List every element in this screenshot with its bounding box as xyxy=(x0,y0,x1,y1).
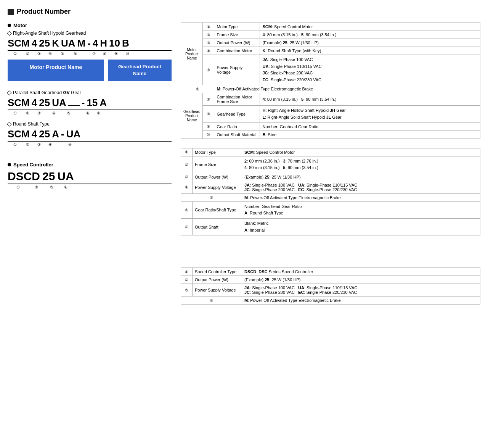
code-k-1: K xyxy=(52,37,59,49)
row-desc-1: SCM: Speed Control Motor xyxy=(260,23,480,31)
code-10-1: 10 xyxy=(109,37,120,49)
spec-table-2: ① Motor Type SCM: Speed Control Motor ② … xyxy=(181,148,480,236)
code-25-1: 25 xyxy=(39,37,50,49)
motor-bullet-label: Motor xyxy=(8,23,172,28)
table-row: ⑨ Gear Ratio Number: Geahead Gear Ratio xyxy=(181,122,480,131)
main-title: Product Number xyxy=(8,8,480,16)
diamond-icon-3 xyxy=(7,122,12,127)
code-scm-1: SCM xyxy=(8,37,30,49)
table-row: ④ M: Power-Off Activated Type Electromag… xyxy=(181,297,480,305)
table-row: ③ Power Supply Voltage JA: Single-Phase … xyxy=(181,284,480,297)
c1-9: ⑨ xyxy=(110,52,122,56)
table-row: ⑥ Gear Ratio/Shaft Type Number: Gearhead… xyxy=(181,201,480,218)
bullet-icon-2 xyxy=(8,163,11,166)
c1-8: ⑧ xyxy=(99,52,110,56)
table-row: ⑥ M: Power-Off Activated Type Electromag… xyxy=(181,85,480,93)
table-row: ② Frame Size 4: 80 mm (3.15 in.) 5: 90 m… xyxy=(181,31,480,39)
table-row: MotorProductName ① Motor Type SCM: Speed… xyxy=(181,23,480,31)
table-row: ⑤ Power Supply Voltage JA: Single-Phase … xyxy=(181,55,480,85)
code-m-1: M xyxy=(77,37,86,49)
c1-1: ① xyxy=(8,52,22,56)
table-row: GearheadProductName ⑦ Combination Motor … xyxy=(181,93,480,106)
table-row: ④ Power Supply Voltage JA: Single-Phase … xyxy=(181,181,480,193)
diamond-label-3: Round Shaft Type xyxy=(8,121,172,127)
table-row: ④ Combination Motor K: Round Shaft Type … xyxy=(181,47,480,55)
table-row: ① Motor Type SCM: Speed Control Motor xyxy=(181,148,480,156)
row-num-1: ① xyxy=(203,23,214,31)
circles-row-3: ① ② ③ ⑥ ④ xyxy=(8,142,172,147)
speed-controller-bullet: Speed Controller xyxy=(8,162,172,168)
table-row: ② Output Power (W) (Example) 25: 25 W (1… xyxy=(181,276,480,284)
c1-5: ⑤ xyxy=(55,52,69,56)
table-row: ③ Output Power (W) (Example) 25: 25 W (1… xyxy=(181,173,480,181)
c1-7: ⑦ xyxy=(88,52,99,56)
circles-row-2: ① ② ③ ④ ⑤ ⑥ ⑦ xyxy=(8,111,172,115)
code-dash-1: - xyxy=(87,37,91,49)
product-code-2: SCM 4 25 UA - 15 A xyxy=(8,97,172,110)
diamond-label-1: Right-Angle Shaft Hypoid Gearhead xyxy=(8,31,172,36)
circles-row-sc: ① ② ③ ④ xyxy=(8,185,172,189)
table-row: ③ Output Power (W) (Example) 25: 25 W (1… xyxy=(181,39,480,47)
code-4b-1: 4 xyxy=(93,37,98,49)
table-row: ⑦ Output Shaft Blank: MetricA: Imperial xyxy=(181,218,480,235)
motor-product-name-rowspan: MotorProductName xyxy=(181,23,203,85)
circles-row-1: ① ② ③ ④ ⑤ ⑥ ⑦ ⑧ ⑨ ⑩ xyxy=(8,52,172,56)
row-label-1: Motor Type xyxy=(214,23,260,31)
code-b-1: B xyxy=(122,37,129,49)
spec-table-1: MotorProductName ① Motor Type SCM: Speed… xyxy=(181,23,480,139)
product-code-sc: DSCD 25 UA xyxy=(8,170,172,184)
label-boxes-1: Motor Product Name Gearhead Product Name xyxy=(8,60,172,81)
left-column: Motor Right-Angle Shaft Hypoid Gearhead … xyxy=(8,23,172,195)
code-h-1: H xyxy=(100,37,107,49)
product-code-1: SCM 4 25 K UA M - 4 H 10 B xyxy=(8,37,172,51)
table-row: ① Speed Controller Type DSCD: DSC Series… xyxy=(181,268,480,276)
spec-table-3: ① Speed Controller Type DSCD: DSC Series… xyxy=(181,268,480,305)
page-wrapper: Product Number Motor Right-Angle Shaft H… xyxy=(8,8,480,305)
title-square-icon xyxy=(8,9,14,15)
code-4-1: 4 xyxy=(32,37,37,49)
page-layout: Motor Right-Angle Shaft Hypoid Gearhead … xyxy=(8,23,480,305)
gearhead-product-name-box: Gearhead Product Name xyxy=(108,60,172,81)
right-column: MotorProductName ① Motor Type SCM: Speed… xyxy=(181,23,480,305)
bullet-icon xyxy=(8,24,11,27)
table-row: ② Frame Size 2: 60 mm (2.36 in.) 3: 70 m… xyxy=(181,156,480,173)
code-ua-1: UA xyxy=(61,37,75,49)
c1-10: ⑩ xyxy=(122,52,133,56)
table-row: ⑤ M: Power-Off Activated Type Electromag… xyxy=(181,193,480,201)
diamond-icon-1 xyxy=(7,31,12,36)
c1-6: ⑥ xyxy=(69,52,81,56)
motor-product-name-box: Motor Product Name xyxy=(8,60,104,81)
c1-4: ④ xyxy=(45,52,55,56)
table-row: ⑩ Output Shaft Material B: Steel xyxy=(181,131,480,139)
c1-2: ② xyxy=(22,52,33,56)
diamond-icon-2 xyxy=(7,90,12,95)
product-code-3: SCM 4 25 A - UA xyxy=(8,128,172,142)
diamond-label-2: Parallel Shaft Gearhead GV Gear xyxy=(8,90,172,95)
c1-3: ③ xyxy=(33,52,45,56)
table-row: ⑧ Gearhead Type H: Right-Angle Hollow Sh… xyxy=(181,106,480,122)
